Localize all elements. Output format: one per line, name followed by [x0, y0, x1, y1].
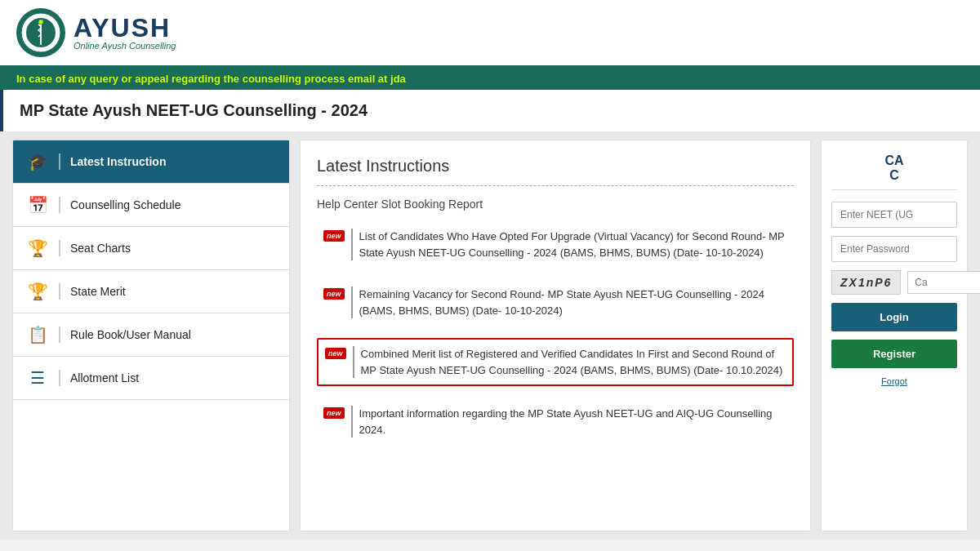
item-divider-2 — [351, 287, 353, 318]
main-layout: 🎓 Latest Instruction 📅 Counselling Sched… — [0, 131, 980, 540]
captcha-row: ZX1nP6 — [831, 270, 957, 295]
logo-icon — [16, 8, 65, 57]
sidebar-item-latest-instruction[interactable]: 🎓 Latest Instruction — [13, 140, 289, 184]
site-header: AYUSH Online Ayush Counselling — [0, 0, 980, 68]
clipboard-icon: 📋 — [26, 325, 49, 344]
login-panel: CA C ZX1nP6 Login Register Forgot — [821, 140, 968, 531]
sidebar-item-counselling-schedule[interactable]: 📅 Counselling Schedule — [13, 184, 289, 227]
instruction-item-2[interactable]: new Remaining Vacancy for Second Round- … — [317, 280, 794, 325]
login-panel-title: CA C — [831, 153, 957, 190]
password-input[interactable] — [831, 236, 957, 262]
content-area: Latest Instructions Help Center Slot Boo… — [300, 140, 811, 531]
new-badge-4: new — [323, 407, 345, 419]
neet-input[interactable] — [831, 202, 957, 228]
graduation-icon: 🎓 — [26, 152, 49, 171]
sidebar-divider — [59, 283, 60, 300]
item-divider-3 — [353, 346, 354, 378]
item-divider-1 — [351, 229, 353, 260]
content-title: Latest Instructions — [317, 157, 794, 176]
instruction-item-1[interactable]: new List of Candidates Who Have Opted Fo… — [317, 222, 794, 267]
marquee-text: In case of any query or appeal regarding… — [16, 73, 406, 85]
instruction-text-1: List of Candidates Who Have Opted For Up… — [359, 229, 787, 260]
site-name: AYUSH — [74, 15, 176, 41]
sidebar-label-allotment-list: Allotment List — [70, 371, 139, 384]
sidebar-divider — [59, 240, 60, 256]
site-subtitle: Online Ayush Counselling — [74, 41, 176, 51]
sidebar-label-latest-instruction: Latest Instruction — [70, 155, 166, 168]
register-button[interactable]: Register — [831, 340, 957, 368]
captcha-value: ZX1nP6 — [831, 270, 901, 295]
svg-point-3 — [38, 20, 43, 24]
sidebar-item-seat-charts[interactable]: 🏆 Seat Charts — [13, 227, 289, 270]
sidebar-item-rule-book[interactable]: 📋 Rule Book/User Manual — [13, 313, 289, 357]
calendar-icon: 📅 — [26, 195, 49, 215]
page-title-bar: MP State Ayush NEET-UG Counselling - 202… — [0, 90, 980, 131]
sidebar-divider — [59, 327, 60, 343]
page-title: MP State Ayush NEET-UG Counselling - 202… — [20, 101, 964, 120]
item-divider-4 — [351, 406, 353, 438]
marquee-bar: In case of any query or appeal regarding… — [0, 68, 980, 90]
sidebar-item-state-merit[interactable]: 🏆 State Merit — [13, 270, 289, 313]
sidebar-label-state-merit: State Merit — [70, 285, 126, 298]
logo-area: AYUSH Online Ayush Counselling — [16, 8, 176, 57]
sidebar-item-allotment-list[interactable]: ☰ Allotment List — [13, 357, 289, 400]
new-badge-1: new — [323, 230, 345, 242]
instruction-text-2: Remaining Vacancy for Second Round- MP S… — [359, 287, 787, 318]
captcha-input[interactable] — [907, 271, 980, 294]
forgot-link[interactable]: Forgot — [831, 376, 957, 386]
sidebar-divider — [59, 153, 60, 170]
sidebar-divider — [59, 370, 60, 386]
instruction-text-4: Important information regarding the MP S… — [359, 406, 787, 438]
instructions-list: new List of Candidates Who Have Opted Fo… — [317, 222, 794, 457]
new-badge-3: new — [325, 348, 346, 359]
logo-text-area: AYUSH Online Ayush Counselling — [74, 15, 176, 51]
help-center-line: Help Center Slot Booking Report — [317, 198, 794, 211]
instruction-text-3: Combined Merit list of Registered and Ve… — [361, 346, 786, 378]
list-icon: ☰ — [26, 368, 49, 388]
trophy-icon-seat: 🏆 — [26, 238, 49, 258]
login-button[interactable]: Login — [831, 303, 957, 331]
new-badge-2: new — [323, 288, 345, 300]
trophy-icon-merit: 🏆 — [26, 282, 49, 301]
sidebar: 🎓 Latest Instruction 📅 Counselling Sched… — [12, 140, 290, 531]
content-divider — [317, 185, 794, 186]
sidebar-divider — [59, 197, 60, 213]
instruction-item-3[interactable]: new Combined Merit list of Registered an… — [317, 338, 794, 386]
sidebar-label-counselling-schedule: Counselling Schedule — [70, 198, 180, 211]
sidebar-label-rule-book: Rule Book/User Manual — [70, 328, 191, 341]
instruction-item-4[interactable]: new Important information regarding the … — [317, 399, 794, 444]
sidebar-label-seat-charts: Seat Charts — [70, 242, 131, 255]
